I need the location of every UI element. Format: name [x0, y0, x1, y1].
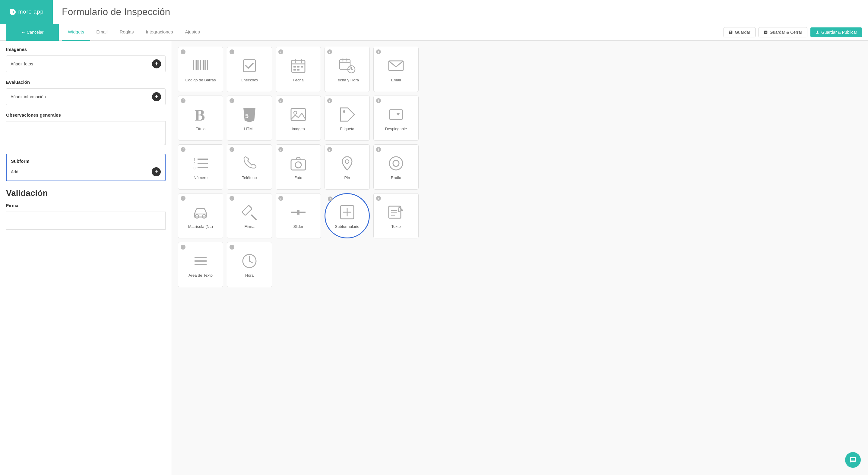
info-icon: i: [229, 49, 234, 54]
svg-point-47: [195, 214, 199, 218]
radio-icon: [387, 154, 405, 172]
svg-point-33: [343, 110, 345, 113]
header: more app Formulario de Inspección: [0, 0, 868, 24]
widget-desplegable[interactable]: i Desplegable: [373, 96, 418, 141]
widget-desplegable-label: Desplegable: [385, 127, 407, 131]
widget-fecha-label: Fecha: [293, 78, 304, 82]
item-label-fotos: Añadir fotos: [10, 62, 33, 66]
section-evaluacion: Evaluación Añadir información +: [6, 79, 165, 105]
checkbox-icon: [240, 57, 258, 75]
validacion-title: Validación: [6, 189, 165, 198]
subform-add-button[interactable]: +: [152, 167, 161, 176]
tabs: Widgets Email Reglas Integraciones Ajust…: [59, 24, 723, 41]
section-observaciones: Observaciones generales: [6, 112, 165, 146]
info-icon: i: [181, 49, 185, 54]
bold-b-icon: B: [191, 105, 210, 124]
subform-title: Subform: [11, 159, 161, 164]
svg-rect-5: [200, 60, 201, 70]
widget-checkbox-label: Checkbox: [241, 78, 258, 82]
widget-email-label: Email: [391, 78, 401, 82]
widget-area-texto[interactable]: i Área de Texto: [178, 242, 223, 287]
barcode-icon: [191, 57, 210, 75]
widget-numero[interactable]: i 123 Número: [178, 144, 223, 190]
list-numbered-icon: 123: [191, 154, 210, 172]
tab-email[interactable]: Email: [90, 24, 114, 41]
svg-rect-9: [207, 60, 208, 70]
widget-titulo[interactable]: i B Título: [178, 96, 223, 141]
clock-icon: [240, 252, 258, 270]
subform-section: Subform Add +: [6, 154, 165, 181]
widget-firma[interactable]: i Firma: [227, 193, 272, 238]
widget-fecha-hora[interactable]: i Fecha y Hora: [324, 47, 370, 92]
widget-fecha-hora-label: Fecha y Hora: [335, 78, 359, 82]
widget-email[interactable]: i Email: [373, 47, 418, 92]
info-icon: i: [278, 196, 283, 201]
save-button[interactable]: Guardar: [723, 27, 755, 37]
tab-ajustes[interactable]: Ajustes: [179, 24, 206, 41]
widget-subformulario[interactable]: i Subformulario: [324, 193, 370, 238]
item-label-info: Añadir información: [10, 94, 46, 99]
form-panel: Imágenes Añadir fotos + Evaluación Añadi…: [0, 41, 172, 475]
info-icon: i: [376, 49, 381, 54]
svg-text:1: 1: [193, 157, 195, 162]
slider-icon: [289, 203, 307, 221]
widget-grid: i Código de Barras i Checkbox i: [178, 47, 862, 287]
svg-rect-3: [196, 60, 197, 70]
list-item: Add +: [11, 167, 161, 176]
widget-etiqueta[interactable]: i Etiqueta: [324, 96, 370, 141]
firma-input-area: [6, 212, 165, 230]
svg-point-44: [345, 160, 349, 163]
widget-matricula-label: Matrícula (NL): [188, 224, 213, 229]
svg-text:3: 3: [193, 166, 195, 170]
info-icon: i: [181, 98, 185, 103]
observaciones-textarea[interactable]: [6, 121, 165, 145]
tab-widgets[interactable]: Widgets: [62, 24, 90, 41]
widget-radio[interactable]: i Radio: [373, 144, 418, 190]
widget-firma-label: Firma: [244, 224, 254, 229]
save-close-button[interactable]: Guardar & Cerrar: [758, 27, 807, 37]
widget-texto-label: Texto: [391, 224, 401, 229]
tab-integraciones[interactable]: Integraciones: [140, 24, 179, 41]
widget-slider[interactable]: i Slider: [276, 193, 321, 238]
text-edit-icon: [387, 203, 405, 221]
widget-subformulario-label: Subformulario: [335, 224, 360, 229]
add-info-button[interactable]: +: [152, 92, 161, 101]
cancel-button[interactable]: ← Cancelar: [6, 24, 59, 41]
svg-point-43: [295, 162, 301, 168]
info-icon: i: [229, 245, 234, 249]
widget-checkbox[interactable]: i Checkbox: [227, 47, 272, 92]
widget-matricula[interactable]: i Matrícula (NL): [178, 193, 223, 238]
tab-reglas[interactable]: Reglas: [114, 24, 140, 41]
widget-titulo-label: Título: [196, 127, 206, 131]
svg-line-51: [252, 215, 256, 219]
calendar-icon: [289, 57, 307, 75]
widget-telefono[interactable]: i Teléfono: [227, 144, 272, 190]
widget-texto[interactable]: i Texto: [373, 193, 418, 238]
widget-hora[interactable]: i Hora: [227, 242, 272, 287]
car-icon: [191, 203, 210, 221]
logo: more app: [9, 8, 43, 16]
html5-icon: 5: [240, 105, 258, 124]
info-icon: i: [229, 147, 234, 152]
widget-html[interactable]: i 5 HTML: [227, 96, 272, 141]
section-imagenes-title: Imágenes: [6, 47, 165, 52]
chat-button[interactable]: [845, 452, 861, 468]
svg-text:B: B: [194, 107, 205, 124]
add-fotos-button[interactable]: +: [152, 59, 161, 68]
info-icon: i: [278, 98, 283, 103]
widget-barcode[interactable]: i Código de Barras: [178, 47, 223, 92]
subform-add-label: Add: [11, 169, 19, 174]
gavel-icon: [240, 203, 258, 221]
section-validacion: Validación Firma: [6, 189, 165, 230]
widget-fecha[interactable]: i Fecha: [276, 47, 321, 92]
widget-pin[interactable]: i Pin: [324, 144, 370, 190]
publish-button[interactable]: Guardar & Publicar: [810, 27, 862, 37]
widget-foto[interactable]: i Foto: [276, 144, 321, 190]
info-icon: i: [181, 147, 185, 152]
widget-imagen[interactable]: i Imagen: [276, 96, 321, 141]
svg-rect-15: [293, 66, 296, 68]
list-item: Añadir fotos +: [6, 56, 165, 72]
svg-rect-18: [293, 69, 296, 71]
widget-panel: i Código de Barras i Checkbox i: [172, 41, 868, 475]
svg-rect-17: [301, 66, 303, 68]
